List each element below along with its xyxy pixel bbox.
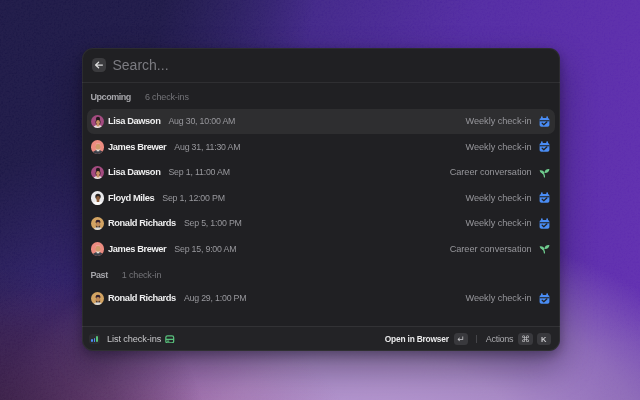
calendar-check-glyph: [539, 293, 550, 304]
section-header-upcoming: Upcoming 6 check-ins: [87, 83, 555, 109]
desktop-background: Upcoming 6 check-ins Lisa Dawson Aug 30,…: [0, 0, 640, 400]
calendar-check-glyph: [539, 116, 550, 127]
checkin-type: Career conversation: [450, 167, 532, 177]
avatar-james-brewer: [91, 242, 105, 256]
arrow-left-icon: [94, 61, 103, 69]
person-name: Lisa Dawson: [108, 167, 160, 177]
seedling-icon: [539, 167, 550, 178]
avatar-image: [91, 242, 105, 256]
checkin-datetime: Aug 30, 10:00 AM: [168, 116, 235, 126]
k-key-icon: K: [537, 333, 551, 345]
checkin-datetime: Sep 1, 11:00 AM: [168, 167, 229, 177]
avatar-lisa-dawson: [91, 115, 105, 129]
search-bar: [82, 48, 560, 82]
open-in-browser-button[interactable]: Open in Browser: [385, 334, 449, 344]
bar-2: [94, 338, 96, 343]
actions-button[interactable]: Actions: [486, 334, 513, 344]
calendar-check-icon: [539, 141, 550, 152]
person-name: James Brewer: [108, 244, 166, 254]
avatar-image: [91, 140, 105, 154]
calendar-check-glyph: [539, 141, 550, 152]
section-count: 6 check-ins: [145, 92, 189, 102]
checkin-datetime: Aug 29, 1:00 PM: [184, 293, 247, 303]
checkin-datetime: Sep 15, 9:00 AM: [174, 244, 236, 254]
checkin-type: Career conversation: [450, 244, 532, 254]
person-name: James Brewer: [108, 142, 166, 152]
avatar-james-brewer: [91, 140, 105, 154]
section-label: Upcoming: [91, 92, 131, 102]
section-header-past: Past 1 check-in: [87, 262, 555, 286]
checkin-type: Weekly check-in: [466, 193, 532, 203]
avatar-image: [91, 191, 105, 205]
checkins-list: Upcoming 6 check-ins Lisa Dawson Aug 30,…: [82, 83, 560, 326]
cmd-key-icon: ⌘: [518, 333, 532, 345]
checkin-type: Weekly check-in: [466, 142, 532, 152]
checkins-launcher-window: Upcoming 6 check-ins Lisa Dawson Aug 30,…: [82, 48, 560, 351]
checkin-row-floyd-sep1[interactable]: Floyd Miles Sep 1, 12:00 PM Weekly check…: [87, 185, 555, 211]
calendar-check-glyph: [539, 192, 550, 203]
seedling-glyph: [539, 167, 550, 178]
checkin-datetime: Sep 5, 1:00 PM: [184, 218, 242, 228]
avatar-ronald-richards: [91, 292, 105, 306]
avatar-ronald-richards: [91, 217, 105, 231]
checkin-type: Weekly check-in: [466, 116, 532, 126]
calendar-check-icon: [539, 293, 550, 304]
person-name: Floyd Miles: [108, 193, 154, 203]
checkin-row-ronald-aug29[interactable]: Ronald Richards Aug 29, 1:00 PM Weekly c…: [87, 286, 555, 312]
footer-separator: [476, 335, 477, 343]
avatar-floyd-miles: [91, 191, 105, 205]
checkin-row-ronald-sep5[interactable]: Ronald Richards Sep 5, 1:00 PM Weekly ch…: [87, 211, 555, 237]
calendar-check-glyph: [539, 218, 550, 229]
seedling-icon: [539, 243, 550, 254]
person-name: Lisa Dawson: [108, 116, 160, 126]
action-bar: List check-ins Open in Browser ↵ Actions…: [82, 326, 560, 351]
section-count: 1 check-in: [122, 270, 162, 280]
calendar-check-icon: [539, 116, 550, 127]
avatar-lisa-dawson: [91, 166, 105, 180]
avatar-image: [91, 292, 105, 306]
bar-1: [91, 339, 93, 342]
checkin-row-james-sep15[interactable]: James Brewer Sep 15, 9:00 AM Career conv…: [87, 236, 555, 262]
local-storage-glyph: [165, 335, 175, 344]
bar-3: [96, 336, 98, 342]
calendar-check-icon: [539, 218, 550, 229]
command-label: List check-ins: [107, 334, 161, 344]
checkin-type: Weekly check-in: [466, 293, 532, 303]
person-name: Ronald Richards: [108, 218, 176, 228]
enter-key-icon: ↵: [454, 333, 468, 345]
section-label: Past: [91, 270, 108, 280]
checkin-type: Weekly check-in: [466, 218, 532, 228]
checkin-row-lisa-sep1[interactable]: Lisa Dawson Sep 1, 11:00 AM Career conve…: [87, 160, 555, 186]
checkin-row-lisa-aug30[interactable]: Lisa Dawson Aug 30, 10:00 AM Weekly chec…: [87, 109, 555, 135]
search-input[interactable]: [113, 57, 551, 73]
bar-chart-app-icon: [89, 334, 100, 345]
avatar-image: [91, 166, 105, 180]
avatar-image: [91, 217, 105, 231]
checkin-datetime: Sep 1, 12:00 PM: [162, 193, 225, 203]
checkin-datetime: Aug 31, 11:30 AM: [174, 142, 240, 152]
avatar-image: [91, 115, 105, 129]
calendar-check-icon: [539, 192, 550, 203]
seedling-glyph: [539, 243, 550, 254]
checkin-row-james-aug31[interactable]: James Brewer Aug 31, 11:30 AM Weekly che…: [87, 134, 555, 160]
person-name: Ronald Richards: [108, 293, 176, 303]
local-storage-icon: [165, 335, 175, 344]
back-button[interactable]: [92, 58, 106, 72]
